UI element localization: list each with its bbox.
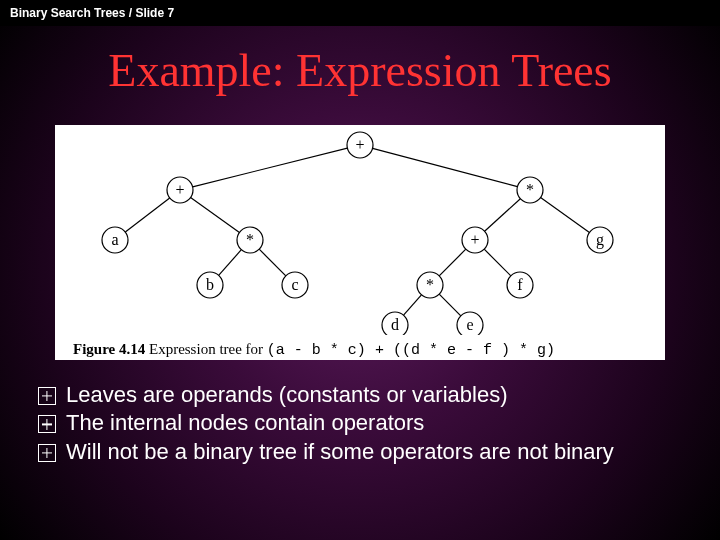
figure-caption: Figure 4.14 Expression tree for (a - b *…: [55, 335, 665, 359]
tree-node-label: +: [355, 136, 364, 153]
tree-node-label: +: [175, 181, 184, 198]
figure: ++*a*+gbc*fde Figure 4.14 Expression tre…: [55, 125, 665, 360]
tree-edge: [541, 198, 590, 233]
tree-edge: [484, 249, 511, 276]
tree-edge: [193, 148, 348, 187]
figure-expression: (a - b * c) + ((d * e - f ) * g): [267, 342, 555, 359]
list-item: Leaves are operands (constants or variab…: [38, 382, 688, 408]
bullet-text: Leaves are operands (constants or variab…: [66, 382, 688, 408]
bullet-text: The internal nodes contain operators: [66, 410, 688, 436]
bullet-icon: [38, 415, 56, 433]
figure-caption-text: Expression tree for: [145, 341, 267, 357]
tree-node-label: +: [470, 231, 479, 248]
tree-node-label: d: [391, 316, 399, 333]
tree-node-label: e: [466, 316, 473, 333]
header-strip: Binary Search Trees / Slide 7: [0, 0, 720, 26]
tree-edge: [219, 250, 242, 276]
list-item: The internal nodes contain operators: [38, 410, 688, 436]
tree-node-label: *: [246, 231, 254, 248]
tree-edge: [439, 294, 461, 316]
tree-node-label: b: [206, 276, 214, 293]
tree-edge: [125, 198, 169, 232]
tree-node-label: f: [517, 276, 523, 293]
tree-edge: [259, 249, 286, 276]
bullet-text: Will not be a binary tree if some operat…: [66, 439, 688, 465]
tree-edge: [191, 198, 240, 233]
tree-node-label: a: [111, 231, 118, 248]
expression-tree: ++*a*+gbc*fde: [55, 125, 665, 335]
tree-edge: [485, 199, 521, 232]
tree-node-label: g: [596, 231, 604, 249]
tree-node-label: *: [526, 181, 534, 198]
bullet-icon: [38, 444, 56, 462]
bullet-icon: [38, 387, 56, 405]
tree-edge: [439, 249, 466, 276]
bullet-list: Leaves are operands (constants or variab…: [38, 382, 688, 465]
figure-number: Figure 4.14: [73, 341, 145, 357]
breadcrumb: Binary Search Trees / Slide 7: [10, 6, 174, 20]
tree-edge: [404, 295, 422, 315]
tree-node-label: *: [426, 276, 434, 293]
tree-edge: [373, 148, 518, 186]
tree-node-label: c: [291, 276, 298, 293]
page-title: Example: Expression Trees: [0, 44, 720, 97]
slide: Binary Search Trees / Slide 7 Example: E…: [0, 0, 720, 540]
list-item: Will not be a binary tree if some operat…: [38, 439, 688, 465]
